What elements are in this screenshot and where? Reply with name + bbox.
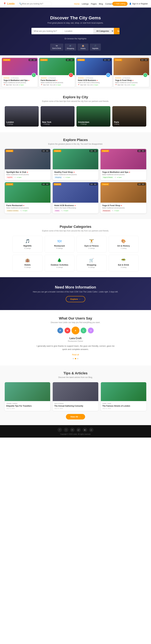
user-icon: 👤 <box>129 3 132 5</box>
card-desc-1: Italian traditional served pizzeria <box>41 82 73 84</box>
nav-home[interactable]: Home <box>74 3 80 5</box>
place-meta-5: Restaurant +1 ● Open <box>102 210 145 212</box>
place-card-0[interactable]: Featured $35 - $55 Spotlight Bar & Club … <box>5 149 50 180</box>
footer-pinterest-icon[interactable]: p <box>89 428 94 432</box>
hero-category-select[interactable]: All Categories <box>94 28 114 34</box>
city-card-bg-1: New York 8 listings <box>40 106 74 126</box>
card-loc-3: New York <box>118 84 124 86</box>
place-card-1[interactable]: Featured $35 - $55 Healthy Food Shop ● I… <box>53 149 98 180</box>
card-open-3: ● Open <box>131 84 136 86</box>
city-info-2: Amsterdam 4 listings <box>78 121 89 125</box>
hero-cat-hotels[interactable]: 🏨 Hotels <box>78 44 88 51</box>
reviews-3: (2 Reviews) <box>123 77 130 79</box>
city-card-0[interactable]: London 5 listings <box>5 106 39 126</box>
place-tag-5[interactable]: Restaurant <box>102 210 111 212</box>
hero-cat-nightlife[interactable]: 🎵 Nightlife <box>90 44 101 51</box>
place-tag-3[interactable]: Outdoor Activities <box>6 210 19 212</box>
footer-youtube-icon[interactable]: ▶ <box>83 428 87 432</box>
articles-section: Tips & Articles Discover the latest arti… <box>0 366 151 425</box>
place-name-4: Hotel ACB Business ● <box>54 204 97 206</box>
view-all-button[interactable]: View All → <box>66 414 85 420</box>
test-dot-2[interactable] <box>75 358 76 359</box>
cat-item-7[interactable]: 🥗 Eat & Drink 3 Listing <box>109 255 138 272</box>
city-card-3[interactable]: Paris 1 listing <box>112 106 146 126</box>
test-dot-1[interactable] <box>73 358 74 359</box>
logo-text: Listdo <box>7 2 15 5</box>
avatar-circle-3: L <box>144 73 147 77</box>
place-tag-1[interactable]: Shopping <box>54 176 62 178</box>
card-name-3: Yoga & Food Shop ● <box>115 79 148 82</box>
test-avatar-1[interactable]: P <box>57 327 64 334</box>
place-card-5[interactable]: Featured $35 - $55 Yoga & Food Shop ● It… <box>100 182 146 213</box>
featured-card-0[interactable]: Featured $25 - $35 F ★★★★☆ (2 Reviews) Y… <box>2 58 38 87</box>
place-tag-2[interactable]: Yoga & Fitness <box>102 176 114 178</box>
test-avatar-4[interactable]: L <box>80 327 87 334</box>
eat-label: Eat & Drink <box>52 47 61 49</box>
city-card-2[interactable]: Amsterdam 4 listings <box>76 106 110 126</box>
place-desc-4: Hotel in the heart of Bloomberg <box>54 207 97 209</box>
article-card-1[interactable]: Gym & Fitness The Annual Gathering Comun… <box>53 382 98 411</box>
hero-browse-text: Or browse the highlights <box>3 38 148 40</box>
featured-card-3[interactable]: Featured $25 - $35 L ★★★★☆ (2 Reviews) Y… <box>114 58 149 87</box>
hero-search-input[interactable] <box>32 28 62 34</box>
nav-pages[interactable]: Pages <box>91 3 97 5</box>
place-card-4[interactable]: Featured $35 - $55 Hotel ACB Business ● … <box>53 182 98 213</box>
place-name-2: Yoga & Meditation and Spa ● <box>102 171 145 173</box>
footer-google-icon[interactable]: g+ <box>76 428 81 432</box>
explore-city-subtitle: Explore some of the best tips from aroun… <box>3 100 148 102</box>
footer-linkedin-icon[interactable]: in <box>70 428 74 432</box>
hero-cat-shopping[interactable]: 🛒 Shopping <box>65 44 76 51</box>
test-avatar-active[interactable]: A <box>72 326 80 334</box>
city-grid: London 5 listings New York 8 listings Am… <box>5 106 146 126</box>
cat-item-2[interactable]: 🏋 Gym & Fitness 2 Listings <box>76 236 106 252</box>
city-name-1: New York <box>42 121 51 123</box>
explore-button[interactable]: Explore → <box>66 296 85 302</box>
place-card-3[interactable]: Featured $35 - $55 Farm Restaurant ● Ita… <box>5 182 50 213</box>
cat-item-4[interactable]: 🏨 Hotels 3 Listings <box>12 255 42 272</box>
navbar-search-box[interactable]: 🔍 <box>17 2 52 6</box>
navbar-logo[interactable]: 📍 Listdo <box>3 2 16 5</box>
featured-card-2[interactable]: Featured $25 - $35 K ★★★★☆ (2 Reviews) H… <box>76 58 112 87</box>
place-badge-featured-5: Featured <box>102 183 109 185</box>
test-read-more[interactable]: Read all <box>72 354 79 356</box>
nav-listings[interactable]: Listings <box>82 3 89 5</box>
nav-contact[interactable]: Contact <box>105 3 112 5</box>
cat-item-1[interactable]: 🍽 Restaurant 5 Listings <box>45 236 74 252</box>
featured-card-1[interactable]: Featured $25 - $35 P ★★★★☆ (2 Reviews) F… <box>39 58 75 87</box>
cat-item-5[interactable]: 🌲 Outdoor Activities 3 Listings <box>45 255 74 272</box>
card-meta-0: 📍 New York +41 2.1% ● Open <box>4 84 36 86</box>
hero-location-input[interactable] <box>62 28 94 34</box>
add-listing-button[interactable]: + Add Listing <box>112 2 128 6</box>
city-card-1[interactable]: New York 8 listings <box>40 106 74 126</box>
cat-item-6[interactable]: 🛒 Shopping 4 Listings <box>76 255 106 272</box>
cat-item-0[interactable]: 🎵 Nightlife 4 Listings <box>12 236 42 252</box>
place-open-2: ● Open <box>117 176 122 178</box>
footer-facebook-icon[interactable]: f <box>58 428 62 432</box>
nav-blog[interactable]: Blog <box>99 3 103 5</box>
featured-card-body-3: ★★★★☆ (2 Reviews) Yoga & Food Shop ● Ita… <box>114 75 149 87</box>
hero-search-button[interactable]: Search <box>114 28 120 34</box>
article-date-2: July 12, 2019 <box>102 408 145 409</box>
footer-twitter-icon[interactable]: t <box>64 428 68 432</box>
place-tag-0[interactable]: Nightlife <box>6 176 13 178</box>
place-open-5: ● Open <box>114 210 119 212</box>
test-avatar-5[interactable]: J <box>88 327 94 334</box>
hero-cat-eat[interactable]: 🍽 Eat & Drink <box>50 44 64 51</box>
cat-item-3[interactable]: 🎨 Art & History 1 Listing <box>109 236 138 252</box>
article-card-0[interactable]: Lifestyle, Outdoor Etiquette Tips For Tr… <box>5 382 50 411</box>
place-img-2: Featured $35 - $55 <box>100 149 146 169</box>
cat-label-4: Hotels <box>14 264 41 266</box>
article-date-1: July 10, 2019 <box>54 408 96 409</box>
place-card-2[interactable]: Featured $35 - $55 Yoga & Meditation and… <box>100 149 146 180</box>
article-card-2[interactable]: Hotels, Travel The Famous Streets of Lon… <box>101 382 146 411</box>
article-img-2 <box>101 382 146 401</box>
card-loc-2: New York <box>80 84 86 86</box>
place-price-0: $35 - $55 <box>42 150 50 152</box>
place-tag-4[interactable]: Hotels <box>54 210 60 212</box>
test-avatar-2[interactable]: M <box>64 327 70 334</box>
place-more-0: +1 <box>14 176 16 178</box>
navbar-search-input[interactable] <box>22 3 50 5</box>
navbar-user[interactable]: 👤 Sign In or Register <box>129 3 148 5</box>
place-badge-featured-1: Featured <box>54 150 61 152</box>
test-dot-3[interactable] <box>77 358 78 359</box>
